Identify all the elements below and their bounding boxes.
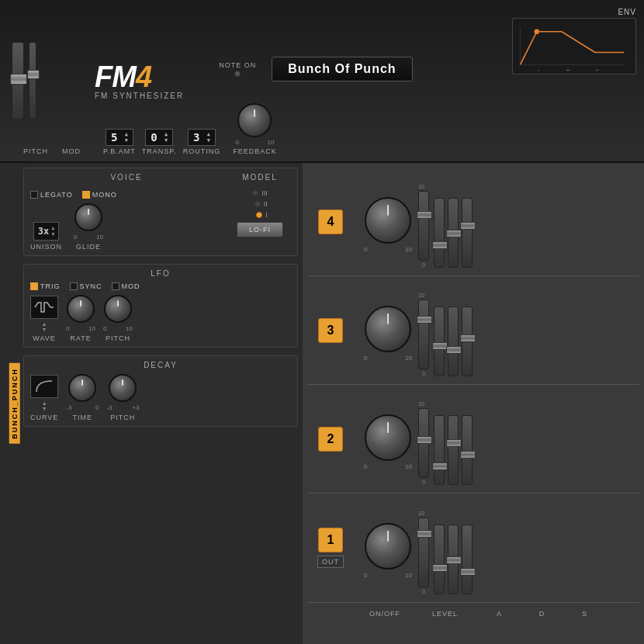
- op-row-4: 4 010 10 0: [307, 168, 639, 276]
- op1-knob[interactable]: [365, 523, 411, 570]
- op2-slider-d-thumb[interactable]: [446, 439, 462, 447]
- op3-slider-s-thumb[interactable]: [460, 334, 476, 342]
- op1-slider-s-track[interactable]: [462, 525, 473, 594]
- op2-knob[interactable]: [365, 414, 411, 461]
- routing-label: ROUTING: [183, 147, 221, 155]
- op1-slider-a: [434, 525, 445, 594]
- op1-slider-d: [448, 525, 459, 594]
- mono-sq[interactable]: [82, 191, 90, 199]
- sync-checkbox[interactable]: SYNC: [70, 282, 102, 290]
- op3-slider-s-track[interactable]: [462, 306, 473, 376]
- routing-arrows[interactable]: ▲▼: [207, 131, 210, 144]
- routing-display[interactable]: 3 ▲▼: [188, 129, 216, 146]
- trig-sq[interactable]: [30, 282, 38, 290]
- time-knob[interactable]: [68, 374, 96, 402]
- op3-number[interactable]: 3: [318, 318, 343, 343]
- main-area: BUNCH_PUNCH VOICE LEGATO MONO: [0, 163, 644, 644]
- op1-slider-s-thumb[interactable]: [460, 568, 476, 576]
- time-label: TIME: [73, 414, 93, 421]
- curve-arrows[interactable]: ▲▼: [42, 400, 47, 411]
- op1-slider-d-thumb[interactable]: [446, 556, 462, 564]
- model-dots: III II I: [252, 189, 268, 219]
- out-box: OUT: [317, 556, 344, 568]
- pbamt-arrows[interactable]: ▲▼: [125, 131, 128, 144]
- op2-knob-scale: 010: [364, 463, 412, 470]
- decay-title: DECAY: [30, 361, 291, 369]
- wave-arrows[interactable]: ▲▼: [42, 321, 47, 332]
- op3-slider-d-track[interactable]: [448, 306, 459, 376]
- pitch-slider-thumb[interactable]: [10, 74, 27, 85]
- op4-slider-s-track[interactable]: [462, 198, 473, 268]
- lfo-mod-checkbox[interactable]: MOD: [112, 282, 140, 290]
- model-dot-row-2[interactable]: II: [254, 200, 268, 208]
- op3-slider-d-thumb[interactable]: [446, 346, 462, 354]
- op3-knob-section: 010: [364, 299, 412, 362]
- op4-slider-d-track[interactable]: [448, 198, 459, 268]
- lofi-button[interactable]: LO-FI: [237, 222, 283, 237]
- mod-slider-thumb[interactable]: [27, 70, 40, 79]
- curve-display[interactable]: [30, 375, 58, 398]
- glide-knob[interactable]: [74, 203, 102, 231]
- legato-checkbox[interactable]: LEGATO: [30, 191, 73, 199]
- op3-slider-1-track[interactable]: [418, 299, 429, 369]
- op4-slider-a-thumb[interactable]: [432, 241, 448, 249]
- rate-knob[interactable]: [67, 295, 95, 323]
- op4-slider-d-thumb[interactable]: [446, 230, 462, 237]
- op4-number[interactable]: 4: [318, 209, 343, 234]
- model-dot-3[interactable]: [252, 190, 258, 196]
- op3-slider-a-thumb[interactable]: [432, 342, 448, 350]
- model-dot-2[interactable]: [254, 201, 261, 207]
- op1-knob-section: 010: [364, 517, 412, 579]
- op2-slider-1-thumb[interactable]: [417, 436, 432, 444]
- routing-value: 3: [193, 131, 199, 144]
- op4-slider-1-thumb[interactable]: [417, 211, 432, 219]
- op4-slider-a-track[interactable]: [434, 198, 445, 268]
- transp-display[interactable]: 0 ▲▼: [145, 129, 173, 146]
- trig-checkbox[interactable]: TRIG: [30, 282, 61, 290]
- unison-display[interactable]: 3x ▲▼: [33, 222, 60, 241]
- lfo-mod-sq[interactable]: [112, 282, 119, 290]
- lfo-pitch-col: 0 10 PITCH: [103, 295, 133, 342]
- op3-slider-1-thumb[interactable]: [417, 316, 432, 324]
- op3-knob[interactable]: [365, 306, 411, 352]
- op1-slider-d-track[interactable]: [448, 525, 459, 594]
- op4-slider-s: [462, 198, 473, 268]
- op4-knob[interactable]: [365, 197, 411, 244]
- right-panel: 4 010 10 0: [303, 163, 644, 644]
- op4-slider-1-track[interactable]: [418, 191, 429, 261]
- op1-slider-1-thumb[interactable]: [417, 530, 432, 538]
- feedback-knob[interactable]: [237, 103, 272, 137]
- unison-arrows[interactable]: ▲▼: [51, 225, 54, 237]
- op2-slider-s-thumb[interactable]: [460, 451, 476, 459]
- transp-arrows[interactable]: ▲▼: [164, 131, 168, 144]
- model-dot-row-1[interactable]: I: [256, 211, 268, 219]
- time-col: -3 0 TIME: [66, 374, 99, 421]
- op2-slider-a-track[interactable]: [434, 415, 445, 485]
- wave-display[interactable]: [30, 296, 58, 319]
- op2-slider-a-thumb[interactable]: [432, 462, 448, 470]
- model-dot-1[interactable]: [256, 212, 262, 218]
- op3-slider-a-track[interactable]: [434, 306, 445, 376]
- op4-slider-s-thumb[interactable]: [460, 222, 476, 230]
- model-title: MODEL: [242, 173, 278, 182]
- feedback-label: FEEDBACK: [233, 147, 277, 155]
- sync-sq[interactable]: [70, 282, 78, 290]
- op2-slider-d-track[interactable]: [448, 415, 459, 485]
- op1-number[interactable]: 1: [318, 528, 343, 552]
- model-dot-row-3[interactable]: III: [252, 189, 268, 197]
- op1-slider-a-track[interactable]: [434, 525, 445, 594]
- op1-sliders: 10 0: [418, 497, 639, 598]
- op1-slider-1-track[interactable]: [418, 518, 429, 587]
- level-label: LEVEL: [412, 610, 478, 618]
- op2-slider-s-track[interactable]: [462, 415, 473, 485]
- decay-pitch-knob[interactable]: [109, 374, 137, 402]
- preset-name-box[interactable]: Bunch Of Punch: [272, 57, 412, 81]
- pbamt-display[interactable]: 5 ▲▼: [106, 129, 133, 146]
- op2-slider-1-track[interactable]: [418, 408, 429, 478]
- op2-number[interactable]: 2: [318, 427, 343, 452]
- env-label: ENV: [618, 8, 636, 16]
- legato-sq[interactable]: [30, 191, 38, 199]
- lfo-pitch-knob[interactable]: [104, 295, 132, 323]
- mono-checkbox[interactable]: MONO: [82, 191, 117, 199]
- op1-slider-a-thumb[interactable]: [432, 564, 448, 572]
